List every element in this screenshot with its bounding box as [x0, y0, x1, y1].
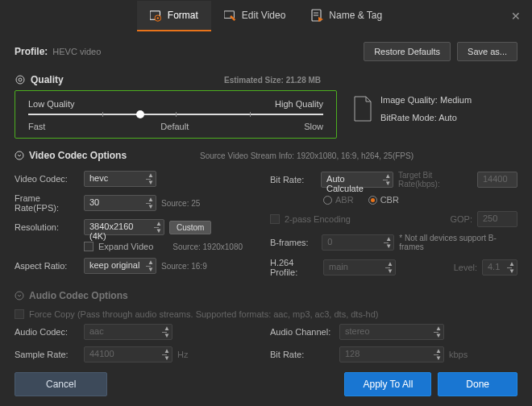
profile-label: Profile: — [15, 46, 48, 57]
tab-format[interactable]: Format — [137, 1, 211, 31]
svg-point-8 — [19, 78, 22, 81]
resolution-label: Resolution: — [15, 222, 79, 232]
image-quality-text: Image Quality: Medium — [380, 95, 472, 105]
done-button[interactable]: Done — [438, 372, 517, 396]
sample-rate-label: Sample Rate: — [15, 350, 79, 359]
quality-slider[interactable] — [28, 114, 323, 115]
low-quality-label: Low Quality — [28, 99, 74, 109]
close-icon[interactable]: ✕ — [511, 10, 521, 23]
gear-icon — [15, 74, 26, 85]
cancel-button[interactable]: Cancel — [15, 372, 107, 396]
aspect-ratio-label: Aspect Ratio: — [15, 261, 79, 271]
bitrate-label: Bit Rate: — [270, 175, 316, 184]
name-tag-icon — [311, 9, 324, 22]
two-pass-checkbox[interactable]: 2-pass Encoding — [270, 214, 351, 224]
tab-edit-video[interactable]: Edit Video — [211, 1, 299, 31]
h264-profile-label: H.264 Profile: — [270, 258, 318, 277]
high-quality-label: High Quality — [275, 99, 323, 109]
quality-row: Low Quality High Quality Fast Default Sl… — [15, 90, 517, 139]
bitrate-mode-text: BitRate Mode: Auto — [380, 113, 472, 122]
fps-source: Source: 25 — [161, 199, 200, 208]
collapse-arrow-icon — [15, 291, 24, 300]
custom-resolution-button[interactable]: Custom — [169, 221, 211, 234]
h264-profile-select[interactable]: main▲▼ — [323, 259, 396, 276]
frame-rate-label: Frame Rate(FPS): — [15, 193, 79, 213]
audio-codec-header[interactable]: Audio Codec Options — [15, 287, 517, 304]
tab-name-tag[interactable]: Name & Tag — [298, 1, 395, 31]
profile-value: HEVC video — [52, 47, 101, 56]
audio-section: Audio Codec Options Force Copy (Pass thr… — [15, 287, 517, 362]
apply-to-all-button[interactable]: Apply To All — [344, 372, 431, 396]
document-icon — [353, 95, 372, 122]
quality-section-header: Quality Estimated Size: 21.28 MB — [15, 69, 517, 90]
footer: Cancel Apply To All Done — [0, 362, 532, 406]
svg-point-7 — [16, 76, 24, 84]
content: Profile: HEVC video Restore Defaults Sav… — [0, 32, 532, 362]
profile-row: Profile: HEVC video Restore Defaults Sav… — [15, 39, 517, 69]
video-codec-header[interactable]: Video Codec Options Source Video Stream … — [15, 147, 517, 164]
audio-codec-select[interactable]: aac▲▼ — [84, 324, 172, 340]
edit-video-icon — [224, 9, 237, 22]
audio-channel-label: Audio Channel: — [270, 327, 335, 337]
video-codec-select[interactable]: hevc▲▼ — [84, 171, 156, 187]
hz-label: Hz — [177, 350, 188, 359]
svg-point-10 — [15, 292, 23, 300]
target-bitrate-input[interactable]: 14400 — [477, 172, 517, 188]
expand-video-checkbox[interactable]: Expand Video — [84, 242, 153, 251]
bitrate-select[interactable]: Auto Calculate▲▼ — [321, 172, 393, 188]
estimated-size: Estimated Size: 21.28 MB — [224, 76, 321, 85]
collapse-arrow-icon — [15, 151, 24, 160]
restore-defaults-button[interactable]: Restore Defaults — [364, 42, 451, 61]
audio-bitrate-select[interactable]: 128▲▼ — [339, 346, 444, 362]
video-codec-label: Video Codec: — [15, 174, 79, 184]
force-copy-checkbox[interactable]: Force Copy (Pass through audio streams. … — [15, 309, 378, 319]
top-tabs-bar: Format Edit Video Name & Tag ✕ — [0, 0, 532, 32]
target-bitrate-label: Target Bit Rate(kbps): — [398, 171, 472, 188]
gop-label: GOP: — [450, 214, 472, 224]
bframes-select[interactable]: 0▲▼ — [322, 234, 394, 251]
source-video-info: Source Video Stream Info: 1920x1080, 16:… — [200, 151, 414, 160]
quality-slider-box: Low Quality High Quality Fast Default Sl… — [15, 90, 337, 139]
video-options-grid: Video Codec: hevc▲▼ Frame Rate(FPS): 30▲… — [15, 171, 517, 277]
resolution-source: Source: 1920x1080 — [172, 242, 243, 251]
aspect-ratio-select[interactable]: keep original▲▼ — [84, 258, 156, 274]
svg-point-9 — [15, 151, 23, 160]
slider-thumb[interactable] — [136, 110, 144, 118]
resolution-select[interactable]: 3840x2160 (4K)▲▼ — [84, 219, 164, 235]
level-select[interactable]: 4.1▲▼ — [482, 259, 517, 276]
audio-bitrate-label: Bit Rate: — [270, 350, 335, 359]
aspect-source: Source: 16:9 — [161, 262, 207, 271]
default-label: Default — [160, 122, 189, 131]
fast-label: Fast — [28, 122, 45, 131]
format-icon — [150, 9, 163, 22]
tab-label: Name & Tag — [329, 10, 382, 21]
svg-point-2 — [156, 17, 159, 19]
abr-radio[interactable]: ABR — [323, 195, 354, 205]
tabs: Format Edit Video Name & Tag — [137, 1, 395, 31]
sample-rate-select[interactable]: 44100▲▼ — [84, 346, 172, 362]
audio-codec-title: Audio Codec Options — [29, 290, 128, 301]
level-label: Level: — [454, 263, 477, 272]
audio-codec-label: Audio Codec: — [15, 327, 79, 337]
bframes-label: B-frames: — [270, 238, 317, 247]
gop-input[interactable]: 250 — [477, 211, 517, 227]
kbps-label: kbps — [449, 350, 468, 359]
quality-info: Image Quality: Medium BitRate Mode: Auto — [353, 90, 472, 122]
frame-rate-select[interactable]: 30▲▼ — [84, 195, 156, 211]
slow-label: Slow — [304, 122, 323, 131]
cbr-radio[interactable]: CBR — [368, 195, 399, 205]
save-as-button[interactable]: Save as... — [457, 42, 517, 61]
bframes-note: * Not all devices support B-frames — [399, 234, 517, 251]
video-codec-title: Video Codec Options — [29, 150, 127, 161]
audio-channel-select[interactable]: stereo▲▼ — [339, 324, 444, 340]
quality-title: Quality — [31, 74, 64, 85]
tab-label: Format — [168, 10, 198, 21]
tab-label: Edit Video — [242, 10, 286, 21]
